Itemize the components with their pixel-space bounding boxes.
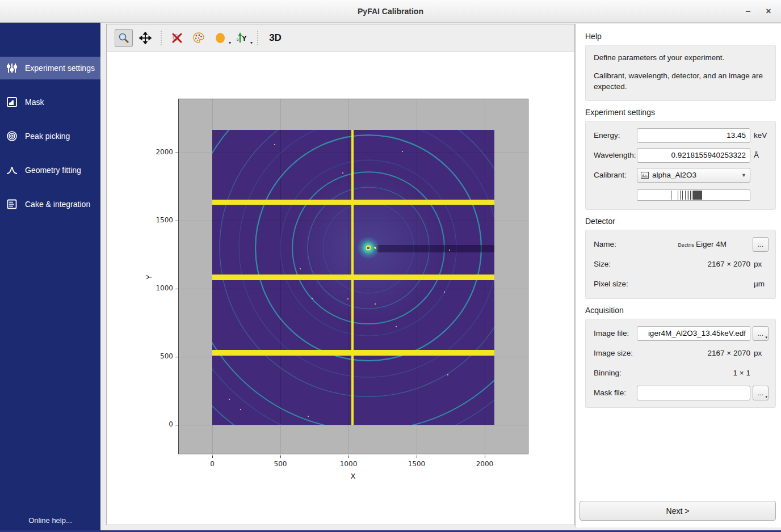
- wavelength-label: Wavelength:: [594, 151, 637, 159]
- plot-axes[interactable]: 05001000150020000500100015002000XY: [178, 99, 528, 454]
- window-title: PyFAI Calibration: [358, 7, 423, 16]
- hot-pixel-speck: [375, 248, 376, 249]
- calibrant-ring-line: [678, 191, 678, 200]
- beam-center-marker: [366, 246, 371, 250]
- binning-value: 1 × 1: [637, 369, 750, 377]
- help-text-line2: Calibrant, wavelength, detector, and an …: [594, 70, 769, 92]
- calibrant-ring-line: [680, 191, 681, 200]
- calibrant-ring-line: [702, 191, 702, 200]
- y-tickmark: [175, 357, 178, 357]
- image-size-row: Image size: 2167 × 2070 px: [594, 346, 769, 361]
- mask-file-browse-button[interactable]: ...▾: [753, 386, 769, 400]
- settings-panel: Help Define parameters of your experimen…: [576, 24, 781, 527]
- calibrant-ring-line: [682, 191, 683, 200]
- sidebar-item-label: Cake & integration: [25, 200, 90, 209]
- x-tickmark: [485, 455, 485, 458]
- sidebar-item-experiment-settings[interactable]: Experiment settings: [0, 57, 100, 79]
- hot-pixel-speck: [444, 292, 445, 293]
- detector-size-value: 2167 × 2070: [637, 260, 750, 268]
- calibrant-ring-line: [685, 191, 686, 200]
- mask-file-label: Mask file:: [594, 389, 637, 397]
- experiment-settings-box: Energy: keV Wavelength: Å Calibrant: alp…: [585, 121, 776, 210]
- image-size-unit: px: [750, 349, 769, 357]
- y-axis-icon: 0 Y: [235, 31, 249, 45]
- detector-size-row: Size: 2167 × 2070 px: [594, 257, 769, 272]
- image-file-label: Image file:: [594, 329, 637, 337]
- hot-pixel-speck: [312, 298, 313, 299]
- plot-canvas[interactable]: 05001000150020000500100015002000XY: [107, 52, 574, 525]
- x-tick-label: 500: [269, 460, 292, 468]
- sidebar-item-label: Geometry fitting: [25, 166, 81, 175]
- pan-tool-button[interactable]: [136, 29, 154, 47]
- pixel-size-row: Pixel size: µm: [594, 277, 769, 292]
- x-tickmark: [212, 455, 213, 458]
- experiment-section-title: Experiment settings: [585, 108, 776, 117]
- dropdown-arrow-icon: ▾: [765, 335, 767, 340]
- energy-row: Energy: keV: [594, 128, 769, 143]
- calibrant-row: Calibrant: alpha_Al2O3 ▼: [594, 168, 769, 183]
- beamstop-streak: [377, 245, 494, 252]
- hot-pixel-speck: [396, 326, 397, 327]
- view-3d-button[interactable]: 3D: [264, 29, 286, 47]
- sidebar-item-geometry-fitting[interactable]: Geometry fitting: [0, 159, 100, 181]
- sidebar-item-cake-integration[interactable]: Cake & integration: [0, 193, 100, 216]
- reset-zoom-button[interactable]: [168, 29, 186, 47]
- svg-text:0: 0: [237, 38, 239, 41]
- y-tick-label: 2000: [145, 148, 173, 156]
- color-mode-button[interactable]: ▾: [211, 29, 229, 47]
- hot-pixel-speck: [342, 172, 343, 174]
- chevron-down-icon: ▼: [741, 172, 746, 178]
- binning-label: Binning:: [594, 369, 637, 377]
- mask-file-row: Mask file: ...▾: [594, 386, 769, 400]
- x-tick-label: 2000: [473, 460, 496, 468]
- peak-curve-icon: [6, 164, 18, 176]
- sidebar: Experiment settings Mask Peak picking Ge…: [0, 23, 100, 530]
- pixel-size-unit: µm: [750, 280, 769, 288]
- sidebar-item-mask[interactable]: Mask: [0, 91, 100, 113]
- image-size-label: Image size:: [594, 349, 637, 357]
- hot-pixel-speck: [300, 268, 301, 269]
- colormap-button[interactable]: [190, 29, 208, 47]
- y-tickmark: [175, 289, 178, 289]
- image-file-browse-button[interactable]: ...▾: [753, 326, 769, 341]
- plot-panel: ▾ 0 Y ▾ 3D 05001000150020000500100015002…: [106, 24, 575, 525]
- detector-brand: Dectris: [678, 242, 694, 248]
- titlebar: PyFAI Calibration – ×: [0, 0, 781, 23]
- detector-size-unit: px: [750, 260, 769, 268]
- x-tick-label: 1500: [405, 460, 428, 468]
- close-button[interactable]: ×: [761, 3, 776, 19]
- y-tick-label: 1000: [145, 284, 173, 292]
- x-tick-label: 0: [201, 460, 224, 468]
- calibrant-ring-line: [671, 191, 671, 200]
- detector-image[interactable]: [212, 130, 494, 425]
- pixel-size-label: Pixel size:: [594, 280, 637, 288]
- mask-icon: [6, 96, 18, 108]
- minimize-button[interactable]: –: [740, 3, 756, 19]
- image-file-input[interactable]: [637, 326, 750, 341]
- energy-label: Energy:: [594, 131, 637, 140]
- rings-target-icon: [6, 130, 18, 142]
- calibrant-value: alpha_Al2O3: [652, 171, 696, 179]
- color-mode-icon: [214, 32, 226, 44]
- y-axis-orientation-button[interactable]: 0 Y ▾: [233, 29, 251, 47]
- zoom-tool-button[interactable]: [115, 29, 133, 47]
- sidebar-item-label: Mask: [25, 98, 44, 107]
- calibrant-ring-line: [692, 191, 692, 200]
- mask-file-input[interactable]: [637, 386, 750, 400]
- help-box: Define parameters of your experiment. Ca…: [585, 45, 776, 101]
- y-axis-label: Y: [145, 275, 153, 279]
- x-axis-label: X: [351, 472, 356, 480]
- colormap-palette-icon: [192, 31, 205, 45]
- toolbar-separator: [161, 31, 162, 45]
- energy-input[interactable]: [637, 128, 750, 143]
- sidebar-item-peak-picking[interactable]: Peak picking: [0, 125, 100, 147]
- detector-more-button[interactable]: ...: [753, 237, 769, 252]
- calibrant-select[interactable]: alpha_Al2O3 ▼: [637, 168, 750, 183]
- y-tickmark: [175, 153, 178, 153]
- wavelength-input[interactable]: [637, 148, 750, 163]
- online-help-link[interactable]: Online help...: [0, 516, 100, 525]
- next-button[interactable]: Next >: [580, 501, 776, 521]
- svg-text:Y: Y: [242, 34, 247, 43]
- x-tick-label: 1000: [337, 460, 360, 468]
- dropdown-arrow-icon: ▾: [250, 41, 253, 45]
